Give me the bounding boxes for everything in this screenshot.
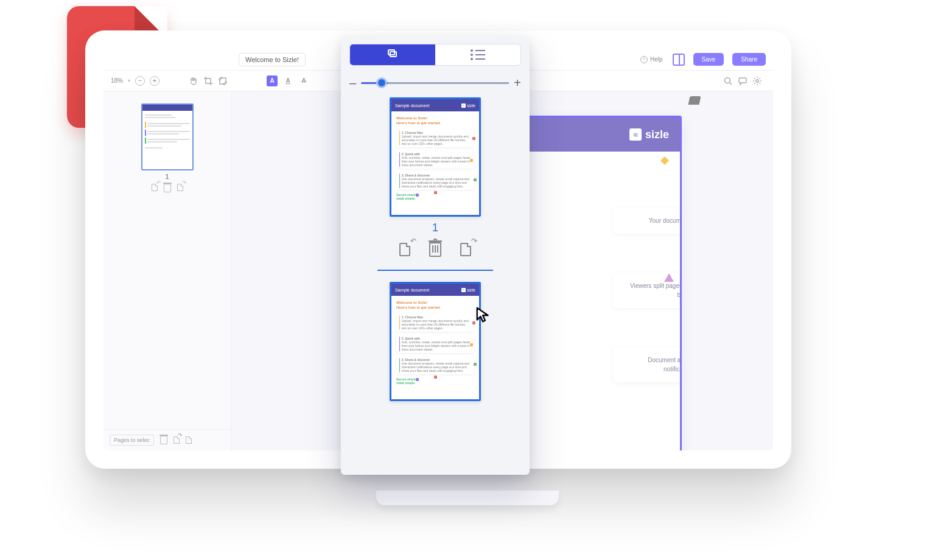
- rotate-right-icon[interactable]: ↷: [177, 184, 183, 192]
- pages-panel-zoom: – + Sample document ≈sizle Welcome to Si…: [341, 37, 530, 475]
- text-annotation-tool[interactable]: A: [267, 75, 278, 86]
- sidebar-thumbnails: 1 ↶ ↷: [103, 91, 231, 429]
- thumbnail-view-tab[interactable]: [350, 44, 435, 65]
- confetti-icon: [660, 156, 669, 165]
- crop-alt-icon[interactable]: [218, 76, 228, 86]
- zoom-in-button[interactable]: +: [150, 76, 159, 86]
- help-label: Help: [650, 56, 663, 63]
- thumb-header: Sample document ≈sizle: [391, 99, 479, 111]
- document-title-input[interactable]: Welcome to Sizle!: [239, 53, 306, 66]
- page-number-label: 1: [165, 173, 169, 180]
- save-button[interactable]: Save: [693, 53, 724, 66]
- settings-gear-icon[interactable]: [752, 76, 762, 86]
- footer-page-icon[interactable]: [186, 436, 192, 444]
- svg-point-2: [725, 77, 730, 83]
- pages-to-select[interactable]: Pages to selec: [110, 435, 154, 446]
- slider-track[interactable]: [361, 82, 509, 84]
- hand-tool-icon[interactable]: [189, 76, 198, 86]
- brand-logo: ≈ sizle: [629, 128, 669, 141]
- help-icon: ?: [640, 56, 648, 63]
- eraser-icon[interactable]: [688, 96, 701, 105]
- panel-view-tabs: [349, 44, 521, 66]
- book-icon[interactable]: [673, 54, 685, 66]
- panel-page-thumb-drag[interactable]: Sample document ≈sizle Welcome to Sizle!…: [390, 282, 481, 401]
- delete-page-icon[interactable]: [164, 184, 171, 192]
- slider-decrease-icon[interactable]: –: [349, 77, 356, 89]
- card-faster: Viewers split pages faster than before. …: [623, 281, 682, 299]
- thumbnail-grid-icon: [387, 50, 399, 60]
- svg-point-4: [756, 79, 758, 82]
- share-button[interactable]: Share: [732, 53, 766, 66]
- panel-page-thumb-1[interactable]: Sample document ≈sizle Welcome to Sizle!…: [390, 97, 481, 217]
- footer-rotate-icon[interactable]: ↷: [173, 436, 180, 444]
- cursor-icon: [475, 306, 493, 324]
- slider-thumb[interactable]: [376, 77, 387, 88]
- text-underline-tool[interactable]: A: [282, 75, 293, 86]
- card-analytics: Document analytics and notifications. Th…: [623, 355, 682, 374]
- slider-increase-icon[interactable]: +: [514, 77, 521, 89]
- crop-tool-icon[interactable]: [203, 76, 213, 86]
- pages-sidebar: 1 ↶ ↷ Pages to selec ↷: [103, 91, 231, 450]
- rotate-right-button[interactable]: ↷: [457, 240, 475, 259]
- list-view-tab[interactable]: [435, 44, 520, 65]
- page-thumbnail-1[interactable]: [141, 103, 194, 170]
- laptop-base-notch: [376, 491, 559, 505]
- drop-insert-indicator: [377, 270, 493, 271]
- zoom-out-button[interactable]: −: [135, 76, 145, 86]
- panel-page-number: 1: [432, 222, 438, 234]
- confetti-icon: [664, 273, 674, 282]
- brand-name: sizle: [645, 128, 669, 141]
- svg-rect-3: [739, 78, 746, 83]
- chevron-down-icon[interactable]: ▾: [128, 78, 130, 83]
- chat-icon[interactable]: [738, 76, 748, 86]
- thumbnail-size-slider[interactable]: – +: [349, 77, 521, 89]
- page-thumb-actions: ↶ ↷: [152, 184, 183, 192]
- card-quick: Your documents quickly: [623, 216, 682, 225]
- rotate-left-button[interactable]: ↶: [396, 240, 414, 259]
- help-button[interactable]: ? Help: [636, 54, 668, 66]
- footer-delete-icon[interactable]: [160, 436, 167, 444]
- brand-logo-mark: ≈: [629, 128, 642, 141]
- delete-page-button[interactable]: [426, 240, 444, 259]
- zoom-percent[interactable]: 18%: [111, 77, 123, 84]
- search-icon[interactable]: [723, 76, 733, 86]
- sidebar-footer: Pages to selec ↷: [103, 429, 231, 450]
- thumb-header: Sample document ≈sizle: [391, 284, 479, 296]
- list-icon: [471, 49, 485, 60]
- text-strike-tool[interactable]: A: [298, 75, 309, 86]
- panel-page-actions: ↶ ↷: [396, 240, 475, 259]
- rotate-left-icon[interactable]: ↶: [152, 184, 158, 192]
